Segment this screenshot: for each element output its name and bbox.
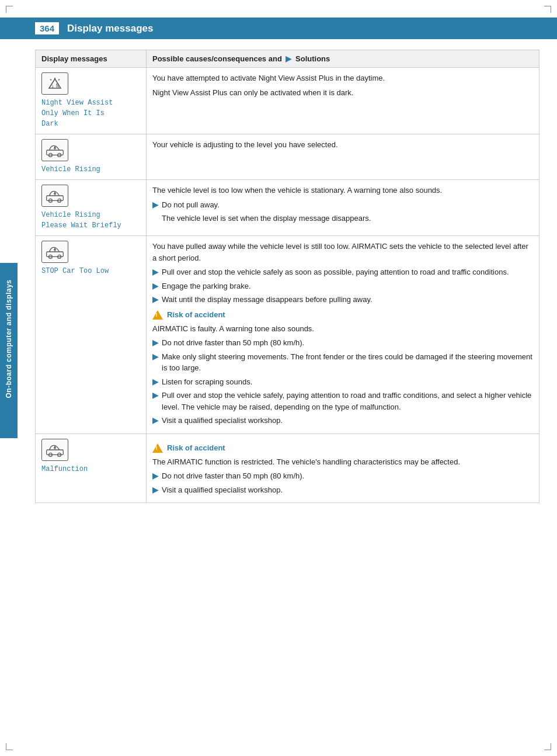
bullet-arrow-icon: ▶ (152, 376, 158, 388)
bullet-item: ▶ Pull over and stop the vehicle safely,… (152, 390, 533, 412)
bullet-arrow-icon: ▶ (152, 294, 158, 306)
msg-label: Vehicle Rising (41, 164, 140, 175)
side-tab: On-board computer and displays (0, 263, 18, 415)
bullet-arrow-icon: ▶ (152, 415, 158, 426)
right-col-night-view: You have attempted to activate Night Vie… (147, 68, 539, 134)
msg-label-line: Vehicle Rising (41, 164, 140, 175)
msg-label-line: Night View Assist (41, 98, 140, 108)
left-col-stop-car-too-low: STOP Car Too Low (36, 236, 147, 434)
table-row: i N Night View AssistOnly When It IsDark… (36, 68, 539, 134)
bullet-text: Engage the parking brake. (162, 280, 533, 292)
col1-header: Display messages (36, 50, 147, 68)
icon-box (41, 439, 68, 461)
bullet-item: ▶ Visit a qualified specialist workshop. (152, 415, 533, 426)
content-paragraph: Night View Assist Plus can only be activ… (152, 87, 533, 99)
page-number: 364 (35, 22, 59, 34)
content-paragraph: AIRMATIC is faulty. A warning tone also … (152, 323, 533, 335)
bullet-text: Do not pull away. (162, 199, 533, 211)
col2-header: Possible causes/consequences and ▶ Solut… (147, 50, 539, 68)
svg-text:i: i (51, 84, 54, 89)
side-tab-block (0, 415, 18, 438)
content-paragraph: The AIRMATIC function is restricted. The… (152, 456, 533, 468)
left-col-vehicle-rising: Vehicle Rising (36, 134, 147, 180)
bullet-item: ▶ Wait until the display message disappe… (152, 294, 533, 306)
table-header-row: Display messages Possible causes/consequ… (36, 50, 539, 68)
msg-label-line: Only When It Is (41, 108, 140, 119)
icon-box (41, 185, 68, 207)
msg-label-line: STOP Car Too Low (41, 266, 140, 276)
bullet-text: Wait until the display message disappear… (162, 294, 533, 306)
bullet-arrow-icon: ▶ (152, 280, 158, 292)
content-area: Display messages Possible causes/consequ… (35, 50, 539, 503)
msg-label-line: Dark (41, 119, 140, 129)
bullet-item: ▶ Do not drive faster than 50 mph (80 km… (152, 337, 533, 349)
page-title: Display messages (67, 23, 153, 34)
risk-box: Risk of accident (152, 310, 533, 320)
bullet-text: Make only slight steering movements. The… (162, 351, 533, 374)
content-paragraph: You have pulled away while the vehicle l… (152, 241, 533, 263)
svg-text:N: N (56, 84, 59, 89)
left-col-night-view: i N Night View AssistOnly When It IsDark (36, 68, 147, 134)
right-col-content: Risk of accident The AIRMATIC function i… (152, 443, 533, 496)
svg-line-2 (58, 79, 60, 80)
display-messages-table: Display messages Possible causes/consequ… (35, 50, 539, 503)
right-col-content: Your vehicle is adjusting to the level y… (152, 139, 533, 151)
risk-label: Risk of accident (167, 443, 225, 452)
right-col-content: You have pulled away while the vehicle l… (152, 241, 533, 426)
icon-box: i N (41, 72, 68, 95)
bullet-arrow-icon: ▶ (152, 337, 158, 349)
side-tab-label: On-board computer and displays (5, 279, 13, 398)
corner-mark-tr (544, 6, 551, 13)
svg-line-1 (50, 79, 51, 80)
bullet-item: ▶ Pull over and stop the vehicle safely … (152, 266, 533, 278)
bullet-text: Do not drive faster than 50 mph (80 km/h… (162, 470, 533, 482)
bullet-text: Visit a qualified specialist workshop. (162, 415, 533, 426)
table-row: Vehicle RisingPlease Wait Briefly The ve… (36, 180, 539, 236)
icon-box (41, 241, 68, 263)
right-col-content: The vehicle level is too low when the ve… (152, 185, 533, 224)
bullet-item: ▶ Listen for scraping sounds. (152, 376, 533, 388)
risk-triangle-icon (152, 443, 163, 453)
bullet-text: Visit a qualified specialist workshop. (162, 484, 533, 496)
corner-mark-bl (6, 743, 13, 750)
solutions-arrow: ▶ (286, 54, 291, 63)
content-paragraph: Your vehicle is adjusting to the level y… (152, 139, 533, 151)
table-row: Vehicle Rising Your vehicle is adjusting… (36, 134, 539, 180)
bullet-item: ▶ Do not drive faster than 50 mph (80 km… (152, 470, 533, 482)
bullet-arrow-icon: ▶ (152, 199, 158, 211)
left-col-vehicle-rising-wait: Vehicle RisingPlease Wait Briefly (36, 180, 147, 236)
bullet-text: Do not drive faster than 50 mph (80 km/h… (162, 337, 533, 349)
bullet-item: ▶ Engage the parking brake. (152, 280, 533, 292)
bullet-item: ▶ Visit a qualified specialist workshop. (152, 484, 533, 496)
msg-label: STOP Car Too Low (41, 266, 140, 276)
left-col-malfunction: Malfunction (36, 434, 147, 503)
table-row: STOP Car Too Low You have pulled away wh… (36, 236, 539, 434)
bullet-arrow-icon: ▶ (152, 470, 158, 482)
bullet-arrow-icon: ▶ (152, 266, 158, 278)
corner-mark-br (544, 743, 551, 750)
right-col-vehicle-rising: Your vehicle is adjusting to the level y… (147, 134, 539, 180)
msg-label-line: Malfunction (41, 464, 140, 474)
right-col-stop-car-too-low: You have pulled away while the vehicle l… (147, 236, 539, 434)
msg-label: Night View AssistOnly When It IsDark (41, 98, 140, 129)
msg-label: Vehicle RisingPlease Wait Briefly (41, 210, 140, 231)
content-paragraph: The vehicle level is too low when the ve… (152, 185, 533, 196)
risk-box: Risk of accident (152, 443, 533, 453)
risk-triangle-icon (152, 310, 163, 320)
header-bar: 364 Display messages (0, 18, 557, 39)
right-col-vehicle-rising-wait: The vehicle level is too low when the ve… (147, 180, 539, 236)
bullet-text: Listen for scraping sounds. (162, 376, 533, 388)
corner-mark-tl (6, 6, 13, 13)
msg-label-line: Please Wait Briefly (41, 220, 140, 231)
bullet-item: ▶ Make only slight steering movements. T… (152, 351, 533, 374)
msg-label: Malfunction (41, 464, 140, 474)
bullet-text: Pull over and stop the vehicle safely, p… (162, 390, 533, 412)
content-paragraph: You have attempted to activate Night Vie… (152, 72, 533, 84)
bullet-arrow-icon: ▶ (152, 351, 158, 363)
indent-text: The vehicle level is set when the displa… (162, 213, 533, 224)
bullet-arrow-icon: ▶ (152, 390, 158, 401)
bullet-item: ▶ Do not pull away. (152, 199, 533, 211)
right-col-malfunction: Risk of accident The AIRMATIC function i… (147, 434, 539, 503)
risk-label: Risk of accident (167, 310, 225, 319)
msg-label-line: Vehicle Rising (41, 210, 140, 220)
